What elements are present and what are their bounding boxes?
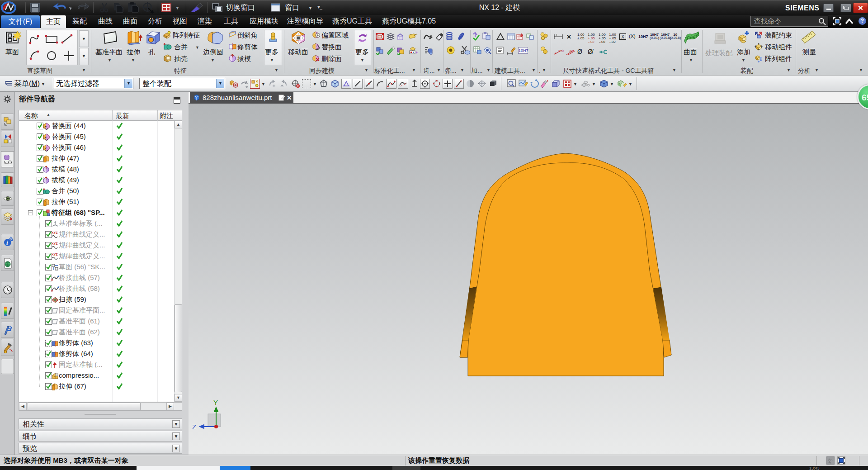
svg-text:R10: R10 (558, 49, 564, 52)
svg-text:i: i (6, 239, 8, 246)
svg-text:Y: Y (213, 399, 218, 406)
svg-text:I: I (556, 33, 557, 37)
svg-text:Z: Z (192, 423, 196, 431)
svg-text:30: 30 (569, 49, 573, 52)
